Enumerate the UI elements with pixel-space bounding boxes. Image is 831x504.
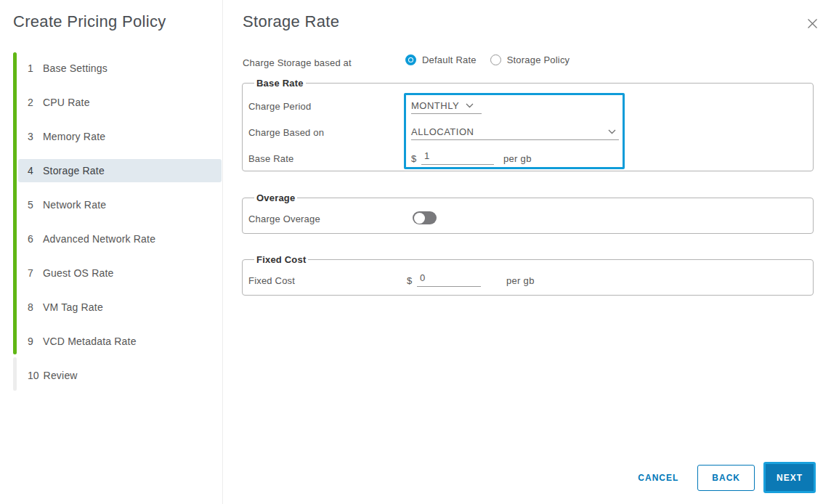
base-rate-input[interactable]	[421, 149, 494, 165]
step-item-advanced-network-rate[interactable]: 6Advanced Network Rate	[18, 221, 222, 256]
close-x-glyph	[807, 18, 818, 29]
step-label: Guest OS Rate	[43, 267, 114, 279]
step-number: 5	[28, 199, 38, 211]
charge-storage-based-at-label: Charge Storage based at	[243, 57, 352, 68]
step-label: Advanced Network Rate	[43, 233, 155, 245]
step-label: CPU Rate	[43, 97, 90, 108]
next-button[interactable]: NEXT	[763, 462, 816, 493]
step-item-review[interactable]: 10Review	[18, 358, 222, 392]
step-label: VCD Metadata Rate	[43, 336, 137, 347]
overage-legend: Overage	[254, 192, 297, 203]
step-item-base-settings[interactable]: 1Base Settings	[18, 51, 222, 85]
step-label: Memory Rate	[43, 131, 105, 142]
radio-unselected-icon	[490, 54, 501, 65]
charge-period-value: MONTHLY	[411, 100, 459, 111]
step-label: VM Tag Rate	[43, 301, 103, 313]
step-number: 1	[28, 62, 38, 74]
back-button[interactable]: BACK	[697, 465, 755, 491]
wizard-title: Create Pricing Policy	[13, 12, 166, 31]
step-number: 8	[28, 301, 38, 313]
step-number: 10	[28, 370, 39, 381]
charge-period-select[interactable]: MONTHLY	[411, 98, 482, 114]
charge-overage-label: Charge Overage	[248, 214, 320, 224]
base-rate-group: Base Rate Charge Period MONTHLY Charge B…	[242, 83, 814, 171]
step-label: Base Settings	[43, 62, 108, 74]
step-label: Storage Rate	[43, 165, 105, 176]
charge-storage-radio-group: Default Rate Storage Policy	[405, 54, 569, 65]
overage-group: Overage Charge Overage	[242, 198, 814, 234]
wizard-steps: 1Base Settings 2CPU Rate 3Memory Rate 4S…	[18, 51, 222, 392]
progress-bar-remaining	[13, 357, 17, 391]
wizard-sidebar: Create Pricing Policy 1Base Settings 2CP…	[0, 0, 223, 504]
fixed-cost-label: Fixed Cost	[248, 275, 295, 286]
base-rate-currency: $	[411, 153, 416, 164]
fixed-cost-legend: Fixed Cost	[254, 254, 308, 265]
base-rate-legend: Base Rate	[254, 78, 306, 89]
step-item-network-rate[interactable]: 5Network Rate	[18, 187, 222, 221]
charge-overage-toggle[interactable]	[413, 211, 437, 224]
step-item-memory-rate[interactable]: 3Memory Rate	[18, 119, 222, 153]
create-pricing-policy-dialog: Create Pricing Policy 1Base Settings 2CP…	[0, 0, 831, 504]
radio-option-default-rate[interactable]: Default Rate	[405, 54, 477, 65]
fixed-cost-currency: $	[407, 275, 412, 286]
fixed-cost-input[interactable]	[417, 271, 481, 287]
step-number: 6	[28, 233, 38, 245]
step-item-storage-rate[interactable]: 4Storage Rate	[18, 153, 222, 187]
radio-option-storage-policy[interactable]: Storage Policy	[490, 54, 570, 65]
radio-default-rate-label: Default Rate	[422, 54, 477, 65]
step-number: 2	[28, 97, 38, 108]
step-item-guest-os-rate[interactable]: 7Guest OS Rate	[18, 256, 222, 290]
step-number: 4	[28, 165, 38, 176]
base-rate-label: Base Rate	[248, 153, 294, 164]
charge-based-on-select[interactable]: ALLOCATION	[411, 124, 619, 140]
chevron-down-icon	[608, 129, 616, 134]
radio-storage-policy-label: Storage Policy	[507, 54, 570, 65]
chevron-down-icon	[466, 103, 474, 108]
step-number: 9	[28, 336, 38, 347]
step-item-vcd-metadata-rate[interactable]: 9VCD Metadata Rate	[18, 324, 222, 358]
radio-selected-icon	[405, 54, 416, 65]
fixed-cost-group: Fixed Cost Fixed Cost $ per gb	[242, 259, 814, 296]
charge-period-label: Charge Period	[248, 101, 311, 112]
charge-based-on-label: Charge Based on	[248, 127, 324, 138]
wizard-footer: CANCEL BACK NEXT	[632, 462, 816, 493]
cancel-button[interactable]: CANCEL	[632, 473, 684, 483]
progress-bar-active	[13, 52, 17, 354]
fixed-cost-unit: per gb	[506, 275, 535, 286]
page-title: Storage Rate	[243, 12, 339, 31]
storage-rate-panel: Storage Rate Charge Storage based at Def…	[224, 0, 831, 504]
toggle-knob	[414, 213, 425, 224]
step-label: Network Rate	[43, 199, 106, 211]
base-rate-unit: per gb	[503, 153, 532, 164]
step-label: Review	[44, 370, 78, 381]
close-icon[interactable]	[804, 15, 820, 31]
step-number: 7	[28, 267, 38, 279]
charge-based-on-value: ALLOCATION	[411, 126, 474, 137]
step-number: 3	[28, 131, 38, 142]
step-item-vm-tag-rate[interactable]: 8VM Tag Rate	[18, 290, 222, 324]
step-item-cpu-rate[interactable]: 2CPU Rate	[18, 85, 222, 119]
